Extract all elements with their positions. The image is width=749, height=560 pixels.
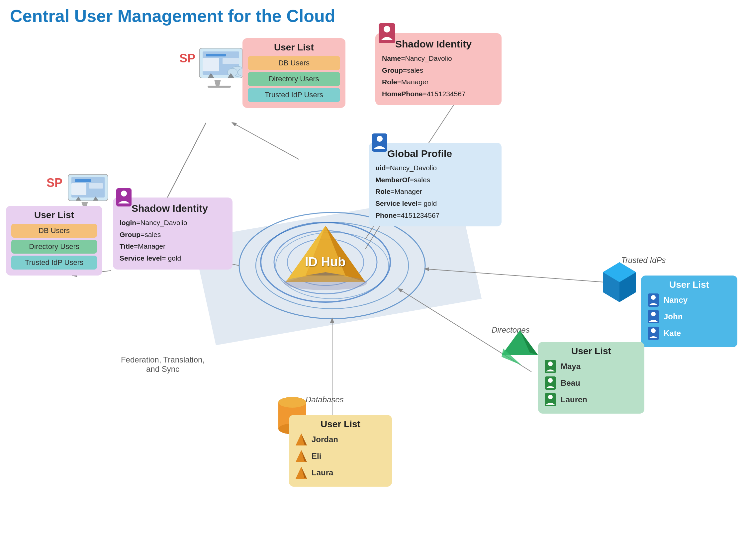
databases-label: Databases [305, 395, 344, 404]
sp-label-left: SP [46, 176, 62, 190]
left-shadow-box: Shadow Identity login=Nancy_Davolio Grou… [113, 198, 233, 270]
left-shadow-title: Shadow Identity [131, 203, 226, 214]
left-shadow-field-2: Title=Manager [120, 240, 226, 252]
svg-point-21 [228, 68, 237, 76]
top-shadow-field-2: Role=Manager [382, 76, 495, 88]
trusted-idps-cube-icon [598, 259, 641, 304]
directories-list-title: User List [545, 346, 638, 357]
db-user-jordan: Jordan [296, 433, 385, 446]
svg-line-5 [233, 123, 299, 159]
directories-icon [498, 329, 541, 370]
top-shadow-field-3: HomePhone=4151234567 [382, 88, 495, 100]
trusted-idps-user-list: User List Nancy John Kate [641, 275, 737, 347]
person-icon-nancy [648, 293, 659, 307]
person-icon-maya [545, 360, 556, 373]
svg-point-66 [548, 395, 553, 399]
svg-rect-27 [75, 179, 91, 182]
svg-line-8 [425, 269, 604, 282]
trusted-user-nancy: Nancy [648, 293, 731, 307]
top-user-list-title: User List [248, 42, 340, 53]
svg-point-64 [548, 378, 553, 383]
directories-user-list: User List Maya Beau Lauren [538, 342, 644, 413]
monitor-top-icon [196, 46, 249, 91]
svg-point-39 [121, 191, 127, 197]
person-icon-john [648, 310, 659, 323]
dir-user-beau: Beau [545, 376, 638, 390]
svg-point-70 [278, 397, 306, 408]
page-title: Central User Management for the Cloud [10, 6, 335, 26]
database-user-list: User List Jordan Eli Laura [289, 415, 392, 487]
dir-user-lauren-label: Lauren [561, 395, 587, 404]
global-profile-title: Global Profile [387, 148, 495, 159]
database-list-title: User List [296, 419, 385, 429]
db-user-laura-label: Laura [312, 468, 333, 477]
trusted-user-john: John [648, 310, 731, 323]
left-user-list-box: User List DB Users Directory Users Trust… [6, 206, 102, 275]
top-user-list-box: User List DB Users Directory Users Trust… [242, 38, 345, 108]
svg-rect-16 [202, 58, 219, 71]
top-user-list-item-2: Trusted IdP Users [248, 88, 340, 102]
trusted-user-kate: Kate [648, 327, 731, 340]
left-user-list-item-1: Directory Users [11, 240, 97, 254]
dir-user-beau-label: Beau [561, 378, 580, 388]
svg-rect-17 [222, 58, 239, 64]
svg-point-46 [284, 275, 367, 290]
trusted-user-kate-label: Kate [664, 329, 681, 338]
person-icon-lauren [545, 393, 556, 406]
svg-point-57 [651, 328, 656, 333]
dir-user-maya-label: Maya [561, 362, 581, 371]
db-user-jordan-label: Jordan [312, 435, 338, 444]
global-profile-field-0: uid=Nancy_Davolio [375, 162, 495, 174]
global-profile-field-2: Role=Manager [375, 185, 495, 198]
left-shadow-field-0: login=Nancy_Davolio [120, 217, 226, 229]
db-user-laura: Laura [296, 466, 385, 479]
db-user-eli: Eli [296, 449, 385, 463]
sp-label-top: SP [179, 51, 195, 65]
person-icon-laura [296, 466, 307, 479]
person-icon-kate [648, 327, 659, 340]
trusted-user-john-label: John [664, 312, 683, 321]
top-user-list-item-0: DB Users [248, 56, 340, 70]
svg-rect-15 [206, 54, 226, 57]
global-profile-field-1: MemberOf=sales [375, 174, 495, 186]
svg-point-55 [651, 312, 656, 316]
trusted-user-nancy-label: Nancy [664, 295, 688, 305]
left-shadow-field-3: Service level= gold [120, 252, 226, 264]
top-shadow-box: Shadow Identity Name=Nancy_Davolio Group… [375, 33, 501, 105]
person-icon-eli [296, 449, 307, 463]
svg-point-53 [651, 295, 656, 300]
trusted-idps-list-title: User List [648, 279, 731, 290]
svg-point-62 [548, 361, 553, 366]
top-shadow-title: Shadow Identity [395, 39, 495, 50]
top-shadow-field-0: Name=Nancy_Davolio [382, 52, 495, 64]
dir-user-lauren: Lauren [545, 393, 638, 406]
svg-marker-18 [214, 80, 221, 86]
left-shadow-field-1: Group=sales [120, 229, 226, 241]
svg-point-35 [384, 26, 390, 32]
left-user-list-item-2: Trusted IdP Users [11, 255, 97, 270]
left-user-list-item-0: DB Users [11, 224, 97, 238]
id-hub-label: ID Hub [305, 255, 345, 269]
svg-point-37 [377, 136, 383, 142]
dir-user-maya: Maya [545, 360, 638, 373]
person-icon-beau [545, 376, 556, 390]
svg-rect-29 [89, 183, 103, 188]
person-icon-jordan [296, 433, 307, 446]
svg-rect-19 [208, 86, 231, 88]
svg-rect-28 [71, 183, 86, 195]
id-hub-area: ID Hub [256, 206, 395, 319]
left-user-list-title: User List [11, 210, 97, 220]
federation-text: Federation, Translation,and Sync [100, 355, 226, 374]
top-shadow-field-1: Group=sales [382, 64, 495, 76]
top-user-list-item-1: Directory Users [248, 72, 340, 86]
db-user-eli-label: Eli [312, 451, 321, 461]
